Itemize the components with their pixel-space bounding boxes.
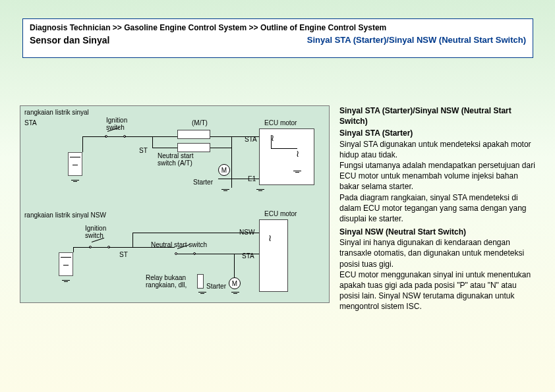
explanation-text: Sinyal STA (Starter)/Sinyal NSW (Neutral… <box>339 105 537 312</box>
switch-icon-1 <box>106 132 125 142</box>
ecu-box-2 <box>259 219 288 292</box>
text-heading2: Sinyal STA (Starter) <box>339 128 537 138</box>
text-heading1: Sinyal STA (Starter)/Sinyal NSW (Neutral… <box>339 105 537 126</box>
neutral-start-switch-box <box>176 250 194 259</box>
mt-label: (M/T) <box>192 119 208 126</box>
circuit2-title: rangkaian listrik sinyal NSW <box>24 211 106 219</box>
ground-icon-3 <box>221 189 229 191</box>
battery-icon-1 <box>68 152 82 176</box>
resistor-icon-2: ≀ <box>295 151 300 156</box>
neutral-start-at: Neutral start switch (A/T) <box>158 152 198 167</box>
text-p2: Fungsi utamanya adalah mendapatkan perse… <box>339 160 537 192</box>
st-label-2: ST <box>119 251 128 258</box>
ground-icon-5 <box>62 280 70 282</box>
ecu-motor-2: ECU motor <box>264 210 297 217</box>
text-heading3: Sinyal NSW (Neutral Start Switch) <box>339 227 537 237</box>
diagram-panel: rangkaian listrik sinyal STA Ignition sw… <box>20 105 330 303</box>
ground-icon <box>293 171 301 173</box>
text-p1: Sinyal STA digunakan untuk mendeteksi ap… <box>339 139 537 160</box>
switch-icon-2 <box>90 243 109 252</box>
header-box: Diagnosis Technician >> Gasoline Engine … <box>22 18 533 58</box>
ignition-switch-2: Ignition switch <box>85 225 114 239</box>
ground-icon-4 <box>256 189 264 191</box>
text-p5: ECU motor menggunakan sinyal ini untuk m… <box>339 269 537 312</box>
breadcrumb: Diagnosis Technician >> Gasoline Engine … <box>30 23 526 32</box>
mt-box <box>177 130 210 139</box>
starter-label-1: Starter <box>193 179 213 186</box>
relay-coil <box>197 274 204 289</box>
ignition-switch-label: Ignition switch <box>106 117 135 131</box>
header-row2: Sensor dan Sinyal Sinyal STA (Starter)/S… <box>30 35 526 45</box>
at-box <box>177 143 210 152</box>
relay-label: Relay bukaan rangkaian, dll, <box>146 274 194 289</box>
sta-label: STA <box>24 119 37 126</box>
text-p3: Pada diagram rangkaian, sinyal STA mende… <box>339 192 537 225</box>
battery-icon-2 <box>59 252 73 276</box>
signal-title: Sinyal STA (Starter)/Sinyal NSW (Neutral… <box>307 35 526 45</box>
motor-m-1: M <box>218 164 230 176</box>
ground-icon-7 <box>198 292 206 294</box>
ground-icon-2 <box>71 180 79 182</box>
starter-label-2: Starter <box>206 283 226 290</box>
ecu-box-1 <box>259 128 314 185</box>
resistor-icon-3: ≀ <box>267 235 272 240</box>
ecu-motor-1: ECU motor <box>264 119 297 126</box>
text-p4: Sinyal ini hanya digunakan di kendaraan … <box>339 237 537 269</box>
section-label: Sensor dan Sinyal <box>30 35 109 45</box>
st-label-1: ST <box>139 147 148 154</box>
motor-m-2: M <box>229 277 241 289</box>
circuit1-title: rangkaian listrik sinyal <box>24 109 89 116</box>
ground-icon-6 <box>231 292 239 294</box>
